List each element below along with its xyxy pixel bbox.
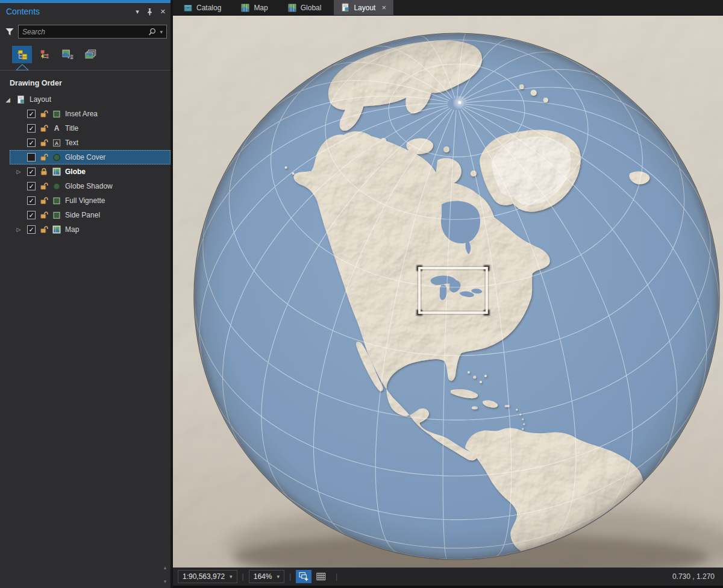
layers-tree: ◢ Layout ✓ Inset Area ✓ Title ✓ (0, 92, 171, 237)
scale-chevron-icon[interactable]: ▾ (230, 574, 233, 580)
lock-open-icon[interactable] (40, 196, 48, 205)
active-tab-chevron-icon (16, 64, 29, 70)
panel-scrollbar[interactable]: ▲ ▼ (161, 565, 169, 584)
layout-canvas[interactable] (173, 16, 723, 568)
lock-open-icon[interactable] (40, 182, 48, 190)
visibility-checkbox[interactable]: ✓ (27, 139, 36, 147)
toolbar-divider (0, 63, 171, 70)
rectangle-symbol-icon (52, 211, 61, 219)
list-by-page-button[interactable] (81, 46, 101, 63)
layout-scene (173, 16, 723, 568)
tree-row-layout-root[interactable]: ◢ Layout (0, 92, 171, 107)
visibility-checkbox[interactable]: ✓ (27, 211, 36, 219)
list-map-series-button[interactable] (58, 46, 78, 63)
visibility-checkbox-unchecked[interactable]: ✓ (27, 153, 36, 161)
element-type-icon (40, 49, 50, 60)
list-by-drawing-order-button[interactable] (12, 46, 32, 63)
panel-title: Contents (6, 7, 40, 16)
contents-panel: Contents ▾ ✕ ▾ (0, 0, 171, 588)
snapping-grid-button[interactable] (313, 570, 329, 583)
scale-combo[interactable]: 1:90,563,972 ▾ (178, 570, 237, 583)
tab-map[interactable]: Map (234, 0, 275, 15)
rectangle-symbol-icon (52, 196, 61, 205)
search-input[interactable] (22, 28, 145, 36)
layout-view: Catalog Map Global Layout × (173, 0, 723, 588)
zoom-chevron-icon[interactable]: ▾ (277, 574, 280, 580)
tree-row-title[interactable]: ✓ Title (10, 121, 171, 136)
lock-open-icon[interactable] (40, 110, 48, 118)
page-stack-icon (85, 49, 96, 60)
visibility-checkbox[interactable]: ✓ (27, 110, 36, 118)
map-icon (288, 4, 296, 12)
circle-symbol-icon (52, 182, 61, 190)
lock-open-icon[interactable] (40, 124, 48, 133)
visibility-checkbox[interactable]: ✓ (27, 124, 36, 133)
expander-collapsed-icon[interactable]: ▷ (14, 227, 23, 233)
visibility-checkbox[interactable]: ✓ (27, 225, 36, 234)
lock-open-icon[interactable] (40, 139, 48, 147)
filter-funnel-icon[interactable] (5, 27, 14, 37)
tree-row-globe-cover[interactable]: ✓ Globe Cover (10, 150, 171, 164)
map-frame-icon (52, 167, 61, 176)
map-icon (241, 4, 249, 12)
tree-row-map[interactable]: ▷ ✓ Map (10, 222, 171, 237)
contents-toolbar (0, 42, 171, 63)
tree-row-side-panel[interactable]: ✓ Side Panel (10, 208, 171, 222)
lock-closed-icon[interactable] (40, 167, 48, 176)
tab-global[interactable]: Global (281, 0, 329, 15)
scroll-up-icon[interactable]: ▲ (163, 565, 167, 571)
scroll-down-icon[interactable]: ▼ (163, 579, 167, 584)
layout-icon (341, 3, 349, 12)
panel-close-icon[interactable]: ✕ (160, 8, 166, 15)
drawing-order-icon (16, 49, 28, 60)
zoom-combo[interactable]: 164% ▾ (249, 570, 284, 583)
tab-catalog[interactable]: Catalog (177, 0, 228, 15)
lock-open-icon[interactable] (40, 225, 48, 234)
search-icon[interactable] (148, 28, 157, 36)
search-box: ▾ (18, 25, 167, 39)
expander-expanded-icon[interactable]: ◢ (4, 96, 12, 103)
visibility-checkbox[interactable]: ✓ (27, 196, 36, 205)
window-bottom-edge (173, 586, 723, 588)
catalog-icon (184, 4, 192, 12)
add-layout-element-button[interactable] (296, 570, 311, 583)
list-by-element-type-button[interactable] (35, 46, 55, 63)
search-options-chevron-icon[interactable]: ▾ (160, 29, 163, 35)
search-row: ▾ (0, 20, 171, 42)
panel-menu-chevron-icon[interactable]: ▾ (136, 8, 139, 15)
tree-row-inset-area[interactable]: ✓ Inset Area (10, 107, 171, 121)
map-frame-icon (52, 225, 61, 234)
visibility-checkbox[interactable]: ✓ (27, 182, 36, 190)
grid-icon (316, 572, 326, 581)
boxed-text-symbol-icon (52, 139, 61, 147)
tab-close-icon[interactable]: × (381, 3, 386, 12)
arcgis-pro-window: Contents ▾ ✕ ▾ (0, 0, 723, 588)
tree-row-globe-shadow[interactable]: ✓ Globe Shadow (10, 179, 171, 193)
rectangle-symbol-icon (52, 110, 61, 118)
cursor-coordinates: 0.730 , 1.270 (672, 572, 723, 581)
drawing-order-heading: Drawing Order (0, 72, 171, 92)
tree-row-globe[interactable]: ▷ ✓ Globe (10, 164, 171, 179)
tree-row-text[interactable]: ✓ Text (10, 136, 171, 150)
lock-open-icon[interactable] (40, 211, 48, 219)
page-add-icon (299, 572, 308, 581)
lock-open-icon[interactable] (40, 153, 48, 161)
text-symbol-icon (52, 124, 61, 133)
map-series-icon (62, 49, 74, 60)
tab-layout[interactable]: Layout × (334, 0, 393, 15)
tree-row-full-vignette[interactable]: ✓ Full Vignette (10, 193, 171, 208)
view-tab-bar: Catalog Map Global Layout × (173, 0, 723, 16)
pin-icon[interactable] (146, 8, 153, 16)
layout-status-bar: 1:90,563,972 ▾ | 164% ▾ | | 0.730 , 1.27… (173, 568, 723, 586)
visibility-checkbox[interactable]: ✓ (27, 167, 36, 176)
circle-symbol-icon (52, 153, 61, 161)
contents-panel-header: Contents ▾ ✕ (0, 3, 171, 20)
expander-collapsed-icon[interactable]: ▷ (14, 169, 23, 175)
layout-page-icon (16, 95, 25, 104)
